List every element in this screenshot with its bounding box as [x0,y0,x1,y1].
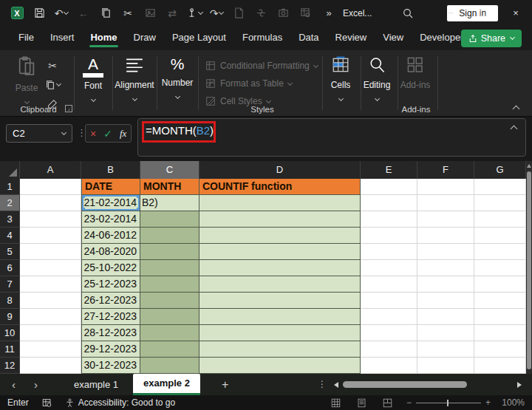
cell[interactable] [140,309,200,325]
cell[interactable]: 27-12-2023 [81,309,140,325]
cell[interactable] [474,211,526,228]
number-group-button[interactable]: % Number [158,56,197,101]
cell[interactable] [200,293,361,309]
column-header-D[interactable]: D [200,161,361,179]
prev-sheet-icon[interactable]: ‹ [12,374,16,395]
name-box[interactable]: C2 [6,124,72,143]
page-layout-view-icon[interactable] [357,398,366,408]
cell[interactable] [140,260,200,276]
cell[interactable] [417,341,474,358]
cell[interactable] [20,276,81,293]
zoom-slider[interactable] [416,403,481,403]
row-header-11[interactable]: 11 [0,341,20,358]
cell[interactable] [474,293,526,309]
cancel-formula-icon[interactable]: × [90,128,96,140]
row-header-8[interactable]: 8 [0,293,20,309]
column-header-B[interactable]: B [81,161,140,179]
font-group-button[interactable]: A Font [75,56,111,104]
next-sheet-icon[interactable]: › [34,374,38,395]
copy-small-icon[interactable] [41,75,64,95]
row-header-6[interactable]: 6 [0,260,20,276]
cell[interactable] [474,179,526,195]
cell[interactable] [20,358,81,374]
maximize-button[interactable]: □ [467,0,499,26]
tab-draw[interactable]: Draw [126,27,164,49]
cell[interactable] [200,195,361,211]
active-cell-C2[interactable]: B2) [140,195,200,211]
cell[interactable]: 23-02-2014 [81,211,140,228]
cell[interactable]: MONTH [140,179,200,195]
cell[interactable] [361,179,417,195]
row-header-5[interactable]: 5 [0,244,20,260]
share-button[interactable]: Share [461,30,522,47]
cell[interactable] [417,228,474,244]
cell[interactable] [361,228,417,244]
cell[interactable] [361,358,417,374]
cell[interactable] [200,211,361,228]
cell[interactable] [200,358,361,374]
cell[interactable] [200,341,361,358]
minimize-button[interactable]: − [434,0,467,26]
tab-page-layout[interactable]: Page Layout [164,27,234,49]
referenced-cell-B2[interactable]: 21-02-2014 [81,195,140,211]
zoom-level[interactable]: 100% [502,397,525,408]
cell[interactable] [417,244,474,260]
cell[interactable] [417,293,474,309]
touch-mode-icon[interactable] [183,4,205,23]
column-header-C[interactable]: C [140,161,200,179]
accessibility-icon[interactable] [65,398,75,408]
tab-insert[interactable]: Insert [42,27,83,49]
cell[interactable] [361,244,417,260]
cell[interactable]: 24-08-2020 [81,244,140,260]
row-header-7[interactable]: 7 [0,276,20,293]
column-header-F[interactable]: F [417,161,474,179]
column-header-G[interactable]: G [474,161,526,179]
cut-small-icon[interactable]: ✂ [41,56,64,75]
select-all-corner[interactable] [0,161,20,179]
cell[interactable] [200,309,361,325]
cell[interactable] [200,325,361,341]
row-header-1[interactable]: 1 [0,179,20,195]
cell[interactable] [361,293,417,309]
cell[interactable] [140,244,200,260]
cut-icon[interactable]: ✂ [117,4,139,23]
close-button[interactable]: × [499,0,532,26]
collapse-ribbon-icon[interactable] [513,106,520,113]
cell[interactable] [140,341,200,358]
cell[interactable] [361,260,417,276]
cell[interactable] [417,260,474,276]
cell[interactable]: 26-12-2023 [81,293,140,309]
tab-file[interactable]: File [10,27,42,49]
zoom-out-icon[interactable]: − [406,397,412,408]
undo-icon[interactable]: ↶ [50,4,72,23]
insert-function-icon[interactable]: fx [120,128,126,140]
row-header-10[interactable]: 10 [0,325,20,341]
zoom-in-icon[interactable]: + [485,397,491,408]
cell[interactable] [361,211,417,228]
cell[interactable] [200,276,361,293]
cell[interactable] [417,179,474,195]
cell[interactable] [140,358,200,374]
accessibility-status[interactable]: Accessibility: Good to go [78,397,175,408]
tab-data[interactable]: Data [290,27,327,49]
cell[interactable]: DATE [81,179,140,195]
scroll-right-icon[interactable] [517,382,522,388]
cell[interactable] [474,195,526,211]
cell[interactable]: 30-12-2023 [81,358,140,374]
add-sheet-button[interactable]: + [214,374,236,395]
cell[interactable] [20,211,81,228]
cell[interactable]: 25-10-2022 [81,260,140,276]
cell[interactable] [361,341,417,358]
enter-formula-icon[interactable]: ✓ [103,128,112,140]
normal-view-icon[interactable] [331,398,341,408]
cell[interactable] [474,309,526,325]
scroll-left-icon[interactable] [334,382,338,388]
cell[interactable] [474,276,526,293]
editing-group-button[interactable]: Editing [359,56,395,103]
cell[interactable] [200,228,361,244]
tab-review[interactable]: Review [327,27,375,49]
column-header-A[interactable]: A [20,161,81,179]
sheet-tab-example-2[interactable]: example 2 [133,374,200,395]
column-header-E[interactable]: E [361,161,417,179]
cell[interactable] [20,341,81,358]
